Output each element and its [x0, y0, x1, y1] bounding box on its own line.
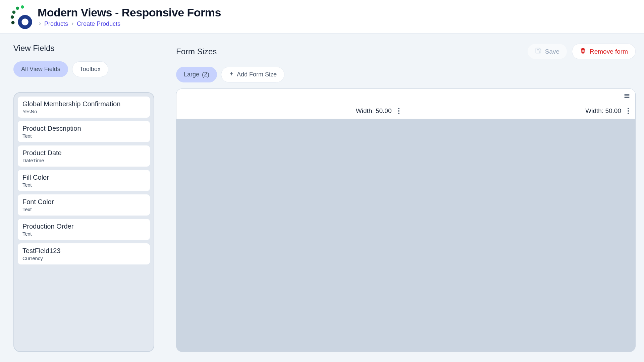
- app-logo: [7, 4, 33, 30]
- svg-point-15: [628, 110, 629, 112]
- svg-point-5: [11, 21, 15, 24]
- form-container: Width: 50.00 Width: 50.00: [176, 88, 636, 352]
- field-list: Global Membership Confirmation YesNo Pro…: [13, 92, 154, 352]
- save-button[interactable]: Save: [527, 44, 567, 59]
- column-width-label: Width: 50.00: [585, 107, 621, 115]
- form-size-label: Large: [184, 71, 199, 78]
- field-name: Global Membership Confirmation: [22, 100, 145, 108]
- field-name: Font Color: [22, 198, 145, 206]
- field-card[interactable]: Font Color Text: [17, 194, 150, 216]
- remove-label: Remove form: [590, 48, 628, 55]
- svg-point-11: [398, 108, 399, 109]
- form-columns: Width: 50.00 Width: 50.00: [176, 103, 635, 352]
- add-size-label: Add Form Size: [237, 71, 277, 78]
- form-size-count: (2): [202, 71, 209, 78]
- chevron-right-icon: [70, 21, 75, 26]
- svg-rect-6: [582, 50, 582, 52]
- field-type: Text: [22, 182, 145, 188]
- field-name: TestField123: [22, 247, 145, 255]
- form-column-header: Width: 50.00: [406, 103, 636, 119]
- app-header: Modern Views - Responsive Forms Products…: [0, 0, 644, 34]
- svg-rect-7: [583, 50, 584, 52]
- field-card[interactable]: TestField123 Currency: [17, 243, 150, 265]
- field-name: Production Order: [22, 222, 145, 230]
- remove-form-button[interactable]: Remove form: [572, 44, 636, 59]
- form-sizes-title: Form Sizes: [176, 47, 217, 56]
- field-type: Currency: [22, 255, 145, 261]
- chevron-right-icon: [38, 21, 42, 26]
- column-width-label: Width: 50.00: [356, 107, 392, 115]
- field-type: Text: [22, 133, 145, 139]
- form-column[interactable]: Width: 50.00: [406, 103, 636, 352]
- field-tabs: All View Fields Toolbox: [13, 61, 154, 77]
- field-type: DateTime: [22, 158, 145, 163]
- column-menu-icon[interactable]: [627, 108, 629, 114]
- field-card[interactable]: Product Description Text: [17, 121, 150, 142]
- svg-point-16: [628, 113, 629, 114]
- field-type: YesNo: [22, 109, 145, 114]
- field-card[interactable]: Fill Color Text: [17, 170, 150, 191]
- form-column[interactable]: Width: 50.00: [176, 103, 406, 352]
- svg-point-1: [21, 5, 24, 8]
- svg-point-4: [11, 15, 14, 19]
- field-type: Text: [22, 231, 145, 237]
- trash-icon: [580, 47, 586, 56]
- field-card[interactable]: Product Date DateTime: [17, 145, 150, 167]
- main-layout: View Fields All View Fields Toolbox Glob…: [0, 34, 644, 362]
- tab-all-view-fields[interactable]: All View Fields: [13, 61, 68, 77]
- form-column-header: Width: 50.00: [176, 103, 406, 119]
- action-buttons: Save Remove form: [527, 44, 636, 59]
- svg-point-3: [12, 10, 16, 14]
- left-panel: View Fields All View Fields Toolbox Glob…: [0, 34, 168, 362]
- svg-point-2: [16, 6, 19, 10]
- field-name: Product Description: [22, 124, 145, 132]
- svg-point-0: [20, 17, 30, 27]
- field-card[interactable]: Global Membership Confirmation YesNo: [17, 96, 150, 118]
- right-panel: Form Sizes Save Remove form Large: [168, 34, 644, 362]
- svg-point-12: [398, 110, 399, 112]
- breadcrumb: Products Create Products: [38, 20, 221, 27]
- breadcrumb-link-create-products[interactable]: Create Products: [77, 20, 120, 27]
- plus-icon: [229, 71, 234, 78]
- field-name: Product Date: [22, 149, 145, 157]
- menu-icon[interactable]: [623, 92, 631, 100]
- breadcrumb-link-products[interactable]: Products: [44, 20, 68, 27]
- page-title: Modern Views - Responsive Forms: [38, 6, 221, 19]
- save-label: Save: [545, 48, 559, 55]
- field-type: Text: [22, 206, 145, 212]
- add-form-size-button[interactable]: Add Form Size: [221, 67, 284, 82]
- form-size-tabs: Large (2) Add Form Size: [176, 67, 636, 82]
- form-toolbar: [176, 89, 635, 103]
- field-name: Fill Color: [22, 173, 145, 181]
- column-menu-icon[interactable]: [398, 108, 400, 114]
- save-icon: [535, 47, 542, 56]
- tab-toolbox[interactable]: Toolbox: [72, 61, 108, 77]
- view-fields-title: View Fields: [13, 44, 154, 53]
- form-size-tab-large[interactable]: Large (2): [176, 67, 217, 82]
- svg-point-13: [398, 113, 399, 114]
- svg-point-14: [628, 108, 629, 109]
- field-card[interactable]: Production Order Text: [17, 219, 150, 240]
